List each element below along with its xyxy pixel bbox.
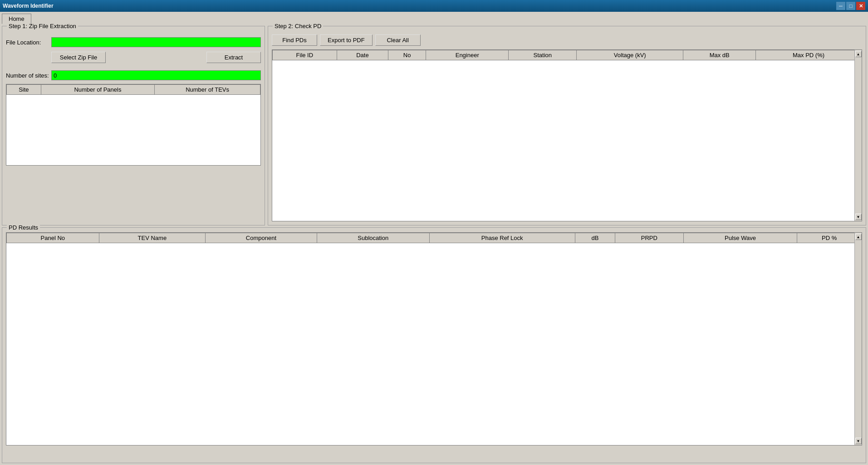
step2-table: File ID Date No Engineer Station Voltage…: [272, 50, 862, 60]
select-zip-button[interactable]: Select Zip File: [51, 52, 106, 63]
tab-home[interactable]: Home: [2, 14, 31, 24]
app-container: Home Step 1: Zip File Extraction File Lo…: [0, 12, 868, 465]
step2-col-engineer: Engineer: [426, 50, 509, 60]
sites-table-container[interactable]: Site Number of Panels Number of TEVs: [6, 84, 261, 166]
extract-button[interactable]: Extract: [206, 52, 261, 63]
pd-col-tev-name: TEV Name: [99, 233, 206, 243]
pd-col-panel-no: Panel No: [7, 233, 99, 243]
pd-col-phase-ref: Phase Ref Lock: [429, 233, 575, 243]
pd-col-prpd: PRPD: [615, 233, 683, 243]
sites-table: Site Number of Panels Number of TEVs: [6, 84, 260, 95]
main-content: Step 1: Zip File Extraction File Locatio…: [0, 24, 868, 465]
zip-buttons-row: Select Zip File Extract: [51, 52, 261, 63]
scrollbar-up[interactable]: ▲: [855, 51, 862, 57]
step2-panel: Step 2: Check PD Find PDs Export to PDF …: [268, 26, 866, 225]
step2-col-file-id: File ID: [273, 50, 337, 60]
number-of-sites-row: Number of sites:: [6, 70, 261, 80]
step2-col-max-db: Max dB: [683, 50, 756, 60]
scrollbar-down[interactable]: ▼: [855, 214, 862, 220]
step2-scrollbar[interactable]: ▲ ▼: [854, 50, 862, 221]
top-panels: Step 1: Zip File Extraction File Locatio…: [2, 26, 866, 225]
pd-scrollbar-down[interactable]: ▼: [855, 438, 862, 444]
step2-buttons: Find PDs Export to PDF Clear All: [272, 34, 862, 46]
step2-col-station: Station: [509, 50, 577, 60]
close-button[interactable]: ✕: [856, 2, 865, 10]
number-of-sites-label: Number of sites:: [6, 72, 51, 79]
title-bar-buttons: ─ □ ✕: [836, 2, 865, 10]
find-pds-button[interactable]: Find PDs: [272, 34, 317, 46]
step2-table-container[interactable]: File ID Date No Engineer Station Voltage…: [272, 49, 862, 221]
pd-col-sublocation: Sublocation: [317, 233, 429, 243]
step2-col-voltage: Voltage (kV): [577, 50, 683, 60]
file-location-label: File Location:: [6, 39, 51, 46]
step1-panel: Step 1: Zip File Extraction File Locatio…: [2, 26, 265, 225]
step2-label: Step 2: Check PD: [273, 23, 323, 29]
step2-col-date: Date: [337, 50, 388, 60]
clear-all-button[interactable]: Clear All: [375, 34, 421, 46]
file-location-input[interactable]: [51, 37, 261, 47]
title-bar: Waveform Identifier ─ □ ✕: [0, 0, 868, 12]
number-of-sites-input[interactable]: [51, 70, 261, 80]
pd-col-component: Component: [206, 233, 317, 243]
sites-col-panels: Number of Panels: [41, 85, 154, 95]
pd-results-scrollbar[interactable]: ▲ ▼: [854, 233, 862, 445]
step2-col-max-pd: Max PD (%): [756, 50, 862, 60]
pd-results-table: Panel No TEV Name Component Sublocation …: [6, 233, 862, 243]
sites-col-site: Site: [7, 85, 41, 95]
pd-col-pd-percent: PD %: [797, 233, 862, 243]
minimize-button[interactable]: ─: [836, 2, 845, 10]
tab-bar: Home: [0, 12, 868, 24]
pd-col-pulse-wave: Pulse Wave: [683, 233, 797, 243]
pd-results-label: PD Results: [7, 224, 40, 231]
maximize-button[interactable]: □: [846, 2, 855, 10]
sites-col-tevs: Number of TEVs: [155, 85, 260, 95]
pd-scrollbar-up[interactable]: ▲: [855, 234, 862, 240]
window-title: Waveform Identifier: [3, 3, 54, 9]
pd-results-table-container[interactable]: Panel No TEV Name Component Sublocation …: [6, 232, 862, 445]
export-to-pdf-button[interactable]: Export to PDF: [320, 34, 373, 46]
step2-col-no: No: [388, 50, 426, 60]
file-location-row: File Location:: [6, 37, 261, 47]
pd-col-db: dB: [575, 233, 615, 243]
pd-results-section: PD Results Panel No TEV Name Component S…: [2, 227, 866, 463]
